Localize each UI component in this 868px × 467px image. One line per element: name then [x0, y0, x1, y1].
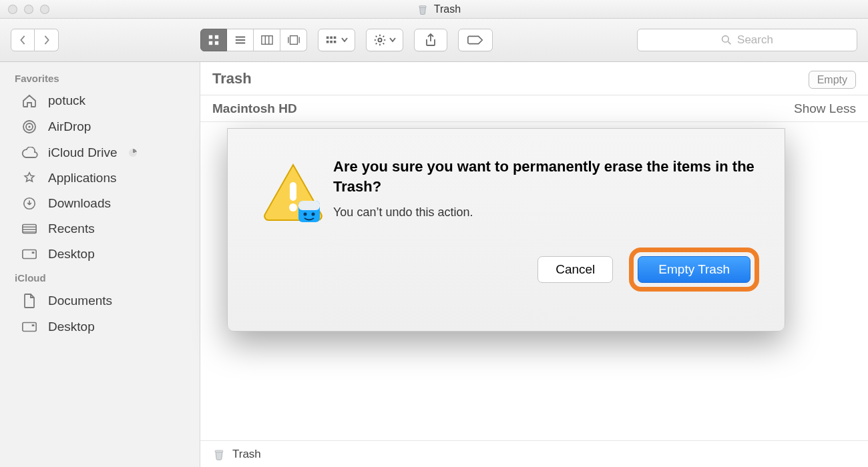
sidebar-item-label: Desktop [48, 247, 95, 262]
sidebar-item-label: potuck [48, 93, 85, 108]
sidebar-item-icloud-drive[interactable]: iCloud Drive [0, 140, 200, 165]
svg-rect-1 [209, 35, 212, 39]
group-title: Macintosh HD [212, 101, 297, 116]
location-title: Trash [212, 70, 252, 87]
minimize-window[interactable] [24, 5, 33, 14]
svg-rect-11 [330, 41, 333, 43]
sidebar-item-documents[interactable]: Documents [0, 288, 200, 314]
sidebar-item-downloads[interactable]: Downloads [0, 191, 200, 216]
window-controls [8, 5, 49, 14]
svg-rect-22 [23, 323, 36, 332]
sidebar-item-label: Recents [48, 221, 95, 236]
group-by-dropdown[interactable] [318, 29, 355, 51]
sidebar-item-potuck[interactable]: potuck [0, 88, 200, 113]
tag-icon [467, 34, 484, 46]
chevron-down-icon [341, 37, 348, 43]
tags-button[interactable] [458, 29, 493, 51]
sidebar-item-applications[interactable]: Applications [0, 165, 200, 191]
downloads-icon [20, 196, 39, 211]
cancel-button[interactable]: Cancel [537, 256, 613, 283]
sidebar-section-icloud: iCloud [0, 267, 200, 288]
chevron-down-icon [389, 37, 396, 43]
search-field[interactable]: Search [637, 29, 857, 51]
sidebar-item-label: iCloud Drive [48, 145, 117, 160]
path-footer: Trash [200, 440, 868, 467]
home-icon [20, 93, 39, 108]
forward-button[interactable] [35, 29, 59, 51]
cloud-icon [20, 147, 39, 159]
warning-icon [260, 159, 327, 226]
view-gallery[interactable] [280, 29, 307, 51]
desktop-icon [20, 321, 39, 333]
path-footer-label: Trash [232, 448, 261, 461]
svg-rect-21 [32, 252, 35, 254]
trash-icon [212, 448, 226, 461]
svg-rect-24 [215, 450, 223, 452]
view-mode-segment [200, 29, 307, 51]
sync-badge-icon [129, 149, 137, 157]
svg-rect-4 [215, 41, 218, 45]
share-button[interactable] [414, 29, 447, 51]
view-list[interactable] [227, 29, 254, 51]
search-placeholder: Search [737, 33, 773, 47]
location-bar: Trash Empty [200, 62, 868, 95]
svg-point-26 [289, 203, 297, 211]
svg-rect-8 [330, 37, 333, 39]
svg-rect-9 [334, 37, 337, 39]
gear-icon [373, 33, 387, 47]
close-window[interactable] [8, 5, 17, 14]
sidebar-item-desktop-icloud[interactable]: Desktop [0, 314, 200, 340]
dialog-heading: Are you sure you want to permanently era… [333, 157, 759, 196]
sidebar-item-label: Applications [48, 171, 116, 185]
zoom-window[interactable] [40, 5, 49, 14]
nav-buttons [11, 29, 59, 51]
svg-rect-12 [334, 41, 337, 43]
sidebar-item-label: Downloads [48, 196, 111, 211]
dialog-icon [253, 157, 333, 312]
svg-rect-0 [419, 5, 427, 7]
documents-icon [20, 293, 39, 309]
share-icon [425, 33, 437, 47]
empty-trash-button[interactable]: Empty [809, 71, 856, 89]
svg-rect-7 [327, 37, 329, 39]
view-icons[interactable] [200, 29, 227, 51]
view-columns[interactable] [254, 29, 280, 51]
applications-icon [20, 171, 39, 185]
svg-rect-6 [290, 36, 297, 45]
sidebar-item-desktop[interactable]: Desktop [0, 242, 200, 267]
back-button[interactable] [11, 29, 35, 51]
window-title: Trash [49, 3, 828, 15]
sidebar-item-airdrop[interactable]: AirDrop [0, 113, 200, 140]
svg-point-30 [312, 213, 315, 216]
sidebar-item-label: AirDrop [48, 119, 91, 134]
sidebar-section-favorites: Favorites [0, 67, 200, 88]
svg-point-29 [304, 213, 307, 216]
action-menu[interactable] [366, 29, 403, 51]
annotation-highlight: Empty Trash [629, 248, 759, 292]
group-toggle[interactable]: Show Less [794, 101, 856, 116]
svg-rect-10 [327, 41, 329, 43]
airdrop-icon [20, 119, 39, 135]
dialog-body: You can’t undo this action. [333, 205, 759, 219]
sidebar-item-recents[interactable]: Recents [0, 216, 200, 242]
sidebar-item-label: Documents [48, 294, 112, 308]
svg-rect-23 [32, 324, 35, 326]
svg-rect-25 [290, 182, 296, 201]
confirm-dialog: Are you sure you want to permanently era… [227, 128, 785, 332]
desktop-icon [20, 248, 39, 260]
sidebar: Favorites potuck AirDrop iCloud Drive Ap… [0, 62, 200, 467]
svg-rect-20 [23, 250, 36, 259]
search-icon [721, 35, 732, 45]
titlebar: Trash [0, 0, 868, 19]
trash-icon [417, 3, 429, 15]
finder-window: Trash [0, 0, 868, 467]
window-title-text: Trash [434, 3, 461, 15]
recents-icon [20, 223, 39, 235]
empty-trash-confirm-button[interactable]: Empty Trash [638, 256, 750, 283]
svg-point-13 [378, 38, 381, 41]
svg-point-14 [722, 36, 729, 43]
sidebar-item-label: Desktop [48, 320, 95, 334]
svg-rect-2 [215, 35, 218, 39]
svg-rect-5 [261, 36, 272, 45]
svg-rect-28 [298, 201, 320, 210]
